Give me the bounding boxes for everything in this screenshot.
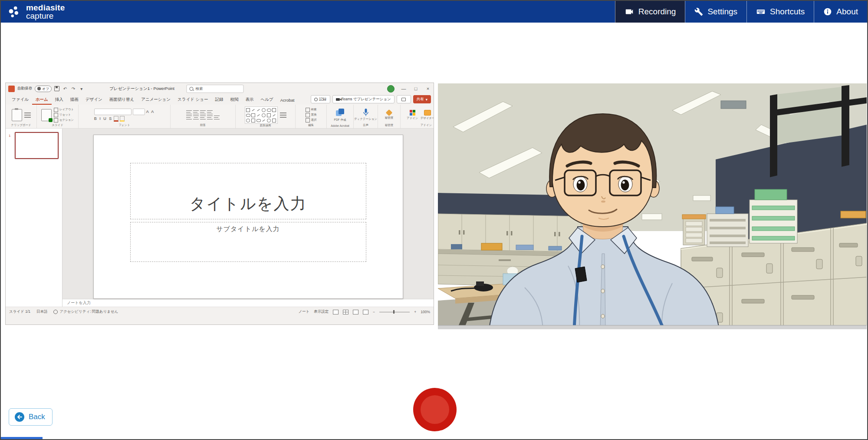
line-spacing-button[interactable] (207, 110, 213, 115)
select-button[interactable]: 選択 (306, 118, 317, 122)
mediasite-logo: mediasite capture (1, 3, 65, 20)
back-button[interactable]: Back (9, 408, 53, 426)
paste-button[interactable] (12, 109, 22, 121)
align-left-button[interactable] (186, 116, 192, 120)
brand-text: mediasite capture (26, 3, 65, 20)
autosave-toggle[interactable]: オフ (35, 86, 52, 92)
subtitle-placeholder[interactable]: サブタイトルを入力 (130, 222, 366, 262)
highlight-color-button[interactable] (120, 116, 125, 122)
accessibility-icon (53, 310, 58, 314)
notes-pane[interactable]: ノートを入力 (62, 299, 434, 307)
numbering-button[interactable] (193, 110, 199, 115)
autosave-state: オフ (42, 86, 49, 91)
shapes-gallery[interactable] (245, 106, 278, 124)
info-icon (823, 7, 832, 16)
save-icon[interactable] (54, 86, 59, 91)
align-right-button[interactable] (200, 116, 206, 120)
zoom-level[interactable]: 100% (421, 310, 430, 314)
section-button[interactable]: セクション (54, 118, 74, 122)
ppt-tab-home[interactable]: ホーム (32, 95, 52, 105)
indent-button[interactable] (200, 110, 206, 115)
font-color-button[interactable] (114, 116, 118, 122)
app-header: mediasite capture Recording Settings (1, 1, 867, 23)
tab-recording-label: Recording (638, 7, 676, 17)
redo-icon[interactable]: ↷ (70, 86, 76, 91)
ppt-tab-animations[interactable]: アニメーション (138, 95, 174, 105)
zoom-out-icon[interactable]: − (373, 310, 375, 314)
create-pdf-button[interactable] (336, 109, 345, 117)
sensitivity-label-button[interactable] (386, 109, 393, 116)
tab-shortcuts[interactable]: Shortcuts (746, 1, 814, 23)
slide-thumbnail-panel: 1 (6, 129, 62, 307)
bullets-button[interactable] (186, 110, 192, 115)
ppt-tab-transitions[interactable]: 画面切り替え (106, 95, 138, 105)
font-size-select[interactable] (133, 109, 145, 115)
ppt-titlebar: 自動保存 オフ ↶ ↷ ▾ プレゼンテーション1 - PowerPoint 検索… (6, 83, 434, 94)
ppt-tab-insert[interactable]: 挿入 (52, 95, 67, 105)
designer-button[interactable] (424, 110, 431, 116)
cut-copy-painter-buttons[interactable] (24, 112, 31, 118)
ppt-tab-review[interactable]: 校閲 (227, 95, 242, 105)
align-center-button[interactable] (193, 116, 199, 120)
ppt-tab-record[interactable]: 記録 (212, 95, 227, 105)
ppt-tab-help[interactable]: ヘルプ (257, 95, 277, 105)
ppt-tab-slideshow[interactable]: スライド ショー (174, 95, 211, 105)
reading-view-icon[interactable] (353, 310, 358, 314)
justify-button[interactable] (207, 116, 213, 120)
ppt-tab-view[interactable]: 表示 (242, 95, 257, 105)
ppt-tabrow-actions: 記録 Teams でプレゼンテーション 共有 ▾ (311, 95, 431, 103)
display-settings[interactable]: 表示設定 (314, 309, 329, 314)
zoom-slider-thumb[interactable] (393, 310, 395, 314)
ppt-tab-acrobat[interactable]: Acrobat (277, 96, 298, 105)
toggle-knob (37, 87, 41, 90)
close-icon[interactable]: × (425, 86, 431, 91)
title-placeholder[interactable]: タイトルを入力 (130, 163, 366, 219)
ppt-tab-draw[interactable]: 描画 (67, 95, 82, 105)
back-arrow-icon (14, 412, 25, 422)
bold-italic-underline-buttons[interactable]: B I U S (94, 116, 113, 121)
addins-button[interactable] (410, 110, 415, 116)
slide-canvas[interactable]: タイトルを入力 サブタイトルを入力 (93, 135, 403, 299)
columns-button[interactable] (214, 116, 220, 120)
minimize-icon[interactable]: — (401, 86, 407, 91)
find-button[interactable]: 検索 (306, 108, 317, 112)
font-name-select[interactable] (94, 109, 132, 115)
reset-button[interactable]: リセット (54, 113, 74, 117)
qat-dropdown-icon[interactable]: ▾ (79, 86, 84, 91)
slide-editor: タイトルを入力 サブタイトルを入力 ノートを入力 (62, 129, 434, 307)
slide-thumbnail[interactable] (15, 132, 59, 159)
teams-present-button[interactable]: Teams でプレゼンテーション (332, 95, 395, 103)
microphone-icon[interactable] (363, 109, 368, 116)
language-indicator[interactable]: 日本語 (36, 309, 48, 314)
share-dropdown-icon: ▾ (426, 97, 427, 102)
slide-sorter-view-icon[interactable] (343, 310, 349, 314)
tab-recording[interactable]: Recording (615, 1, 685, 23)
tab-about[interactable]: About (814, 1, 867, 23)
ppt-tab-file[interactable]: ファイル (8, 95, 32, 105)
search-icon (189, 87, 193, 91)
maximize-icon[interactable]: □ (413, 86, 419, 91)
zoom-slider[interactable] (379, 312, 410, 312)
comments-button[interactable] (397, 95, 411, 103)
share-button[interactable]: 共有 ▾ (413, 95, 431, 103)
arrange-quickstyles-buttons[interactable] (280, 112, 286, 118)
new-slide-button[interactable] (41, 109, 52, 121)
accessibility-status[interactable]: アクセシビリティ: 問題ありません (53, 309, 118, 314)
normal-view-icon[interactable] (333, 310, 339, 314)
ppt-search-box[interactable]: 検索 (186, 85, 243, 93)
tab-settings[interactable]: Settings (685, 1, 746, 23)
replace-button[interactable]: 置換 (306, 113, 317, 117)
notes-toggle[interactable]: ノート (298, 309, 309, 314)
record-button[interactable] (413, 388, 457, 431)
slideshow-view-icon[interactable] (363, 310, 368, 314)
header-nav: Recording Settings (615, 1, 867, 23)
user-avatar[interactable] (387, 85, 395, 93)
document-title: プレゼンテーション1 - PowerPoint (109, 86, 174, 92)
undo-icon[interactable]: ↶ (62, 86, 68, 91)
bottom-progress-strip (1, 437, 43, 439)
ppt-record-button[interactable]: 記録 (311, 95, 330, 103)
grow-shrink-font-buttons[interactable]: A A (146, 109, 155, 114)
layout-button[interactable]: レイアウト (54, 108, 74, 112)
ppt-tab-design[interactable]: デザイン (82, 95, 106, 105)
zoom-in-icon[interactable]: + (414, 310, 416, 314)
